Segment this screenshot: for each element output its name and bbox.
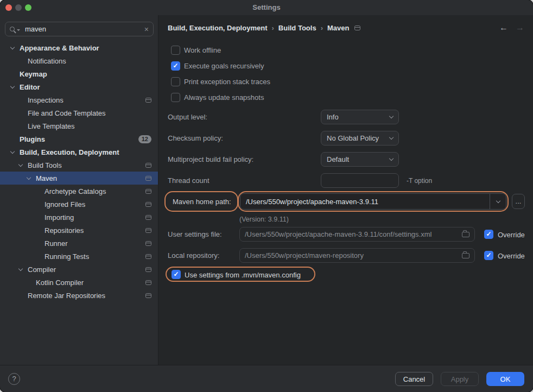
thread-count-row: Thread count -T option [159, 173, 533, 188]
settings-search-box[interactable]: × [5, 22, 154, 36]
breadcrumb-item[interactable]: Maven [327, 24, 349, 32]
sidebar-item-archetype-catalogs[interactable]: Archetype Catalogs [0, 185, 158, 198]
sidebar-item-label: Notifications [28, 57, 66, 65]
settings-dialog: Settings × Appearance & BehaviorNotifica… [0, 0, 533, 392]
sidebar-item-file-and-code-templates[interactable]: File and Code Templates [0, 106, 158, 119]
chevron-down-icon[interactable] [11, 86, 20, 88]
chevron-down-icon[interactable] [19, 269, 28, 270]
search-history-caret-icon[interactable] [17, 29, 20, 31]
multiproject-build-fail-policy-select[interactable]: Default [321, 152, 399, 167]
breadcrumb-item[interactable]: Build, Execution, Deployment [168, 24, 267, 32]
sidebar-item-live-templates[interactable]: Live Templates [0, 119, 158, 132]
sidebar-item-runner[interactable]: Runner [0, 237, 158, 250]
checksum-policy-select[interactable]: No Global Policy [321, 131, 399, 146]
folder-icon[interactable] [462, 232, 469, 237]
sidebar-item-label: Archetype Catalogs [45, 187, 106, 195]
breadcrumb-item[interactable]: Build Tools [278, 24, 316, 32]
execute-goals-recursively-checkbox[interactable] [171, 61, 180, 71]
combo-dropdown-button[interactable] [490, 194, 506, 209]
pane-icon [145, 98, 151, 103]
sidebar-item-label: Running Tests [45, 252, 89, 261]
checkbox-label: Always update snapshots [184, 93, 264, 102]
chevron-down-icon[interactable] [27, 178, 36, 179]
sidebar-item-label: Plugins [20, 135, 45, 143]
path-value: /Users/550w/project/maven-repository [245, 251, 458, 260]
maven-home-combo-highlight: /Users/550w/project/apache-maven-3.9.11 [238, 191, 509, 212]
chevron-down-icon[interactable] [11, 47, 20, 49]
sidebar-item-plugins[interactable]: Plugins12 [0, 132, 158, 146]
thread-count-hint: -T option [407, 177, 432, 185]
checkbox-label: Execute goals recursively [184, 62, 264, 70]
sidebar-item-ignored-files[interactable]: Ignored Files [0, 198, 158, 211]
pane-icon [145, 215, 151, 220]
maven-home-value: /Users/550w/project/apache-maven-3.9.11 [240, 198, 490, 206]
local-repository-override-checkbox[interactable] [484, 251, 493, 260]
print-exception-stack-traces-row: Print exception stack traces [159, 77, 533, 87]
sidebar-item-label: Inspections [28, 96, 64, 104]
sidebar-item-running-tests[interactable]: Running Tests [0, 250, 158, 263]
forward-arrow-icon[interactable]: → [516, 23, 524, 33]
sidebar-item-importing[interactable]: Importing [0, 211, 158, 224]
sidebar-item-inspections[interactable]: Inspections [0, 93, 158, 106]
chevron-down-icon[interactable] [11, 151, 20, 153]
pane-icon [354, 26, 360, 30]
search-input[interactable] [25, 25, 144, 33]
output-level-select[interactable]: Info [321, 110, 399, 124]
sidebar-item-label: Live Templates [28, 122, 74, 130]
override-label: Override [498, 252, 525, 260]
folder-icon[interactable] [462, 253, 469, 258]
ok-button[interactable]: OK [486, 372, 524, 386]
pane-icon [145, 202, 151, 207]
sidebar-item-label: Importing [45, 213, 74, 222]
sidebar-item-build-tools[interactable]: Build Tools [0, 159, 158, 172]
maven-home-combobox[interactable]: /Users/550w/project/apache-maven-3.9.11 [240, 193, 506, 210]
select-value: Default [327, 155, 349, 163]
clear-search-icon[interactable]: × [144, 26, 149, 33]
back-arrow-icon[interactable]: ← [499, 23, 508, 33]
sidebar-item-repositories[interactable]: Repositories [0, 224, 158, 237]
maven-version-note: (Version: 3.9.11) [239, 216, 289, 223]
local-repository-field[interactable]: /Users/550w/project/maven-repository [239, 248, 475, 263]
breadcrumb-separator: › [267, 24, 278, 32]
cancel-button[interactable]: Cancel [395, 372, 433, 386]
sidebar-item-remote-jar-repositories[interactable]: Remote Jar Repositories [0, 289, 158, 302]
use-settings-checkbox[interactable] [172, 270, 181, 279]
select-value: Info [327, 113, 339, 121]
chevron-down-icon [389, 114, 394, 118]
sidebar-item-editor[interactable]: Editor [0, 80, 158, 93]
user-settings-file-override-checkbox[interactable] [484, 230, 493, 239]
sidebar-item-label: Maven [36, 174, 57, 182]
search-icon [10, 27, 15, 31]
path-value: /Users/550w/project/apache-maven-3.9.11/… [245, 230, 458, 238]
thread-count-input[interactable] [321, 173, 399, 188]
user-settings-file-label: User settings file: [168, 230, 222, 238]
sidebar-item-build-execution-deployment[interactable]: Build, Execution, Deployment [0, 146, 158, 159]
sidebar-item-kotlin-compiler[interactable]: Kotlin Compiler [0, 276, 158, 289]
print-exception-stack-traces-checkbox[interactable] [171, 77, 180, 86]
title-bar: Settings [0, 0, 533, 15]
chevron-down-icon [496, 198, 500, 203]
sidebar-item-appearance-behavior[interactable]: Appearance & Behavior [0, 41, 158, 54]
plugins-count-badge: 12 [138, 135, 151, 143]
help-button[interactable]: ? [8, 373, 20, 385]
multiproject-build-fail-policy-row: Multiproject build fail policy:Default [159, 152, 533, 167]
multiproject-build-fail-policy-label: Multiproject build fail policy: [168, 155, 253, 163]
user-settings-file-row: User settings file:/Users/550w/project/a… [159, 227, 533, 242]
sidebar-item-keymap[interactable]: Keymap [0, 67, 158, 80]
user-settings-file-field[interactable]: /Users/550w/project/apache-maven-3.9.11/… [239, 227, 475, 242]
sidebar-item-compiler[interactable]: Compiler [0, 263, 158, 276]
pane-icon [145, 189, 151, 194]
sidebar-item-label: Kotlin Compiler [36, 279, 84, 287]
work-offline-checkbox[interactable] [171, 46, 180, 55]
chevron-down-icon[interactable] [19, 165, 28, 166]
pane-icon [145, 280, 151, 285]
always-update-snapshots-checkbox[interactable] [171, 93, 180, 102]
always-update-snapshots-row: Always update snapshots [159, 92, 533, 103]
sidebar-item-notifications[interactable]: Notifications [0, 54, 158, 67]
work-offline-row: Work offline [159, 45, 533, 56]
use-settings-highlight: Use settings from .mvn/maven.config [166, 267, 315, 282]
use-settings-label: Use settings from .mvn/maven.config [185, 271, 301, 279]
sidebar-item-label: Keymap [20, 70, 47, 78]
browse-button[interactable]: ... [512, 194, 525, 209]
sidebar-item-maven[interactable]: Maven [0, 172, 158, 185]
